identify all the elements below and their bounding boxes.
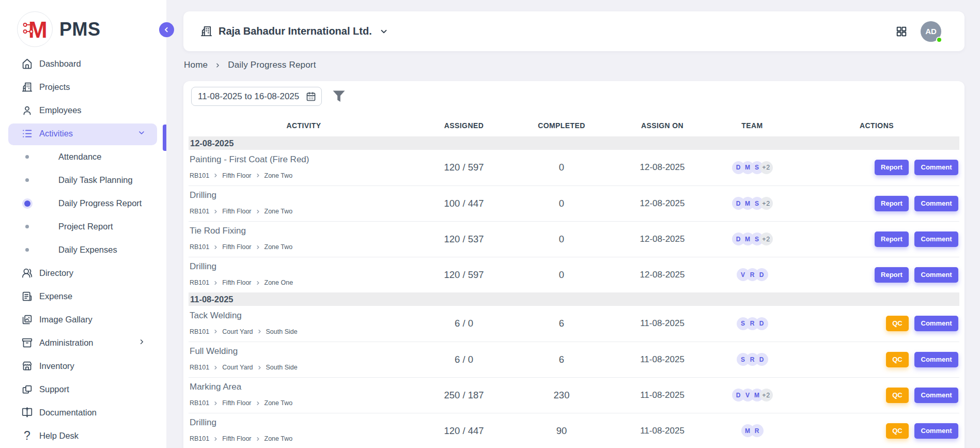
svg-text:M: M <box>28 19 47 40</box>
